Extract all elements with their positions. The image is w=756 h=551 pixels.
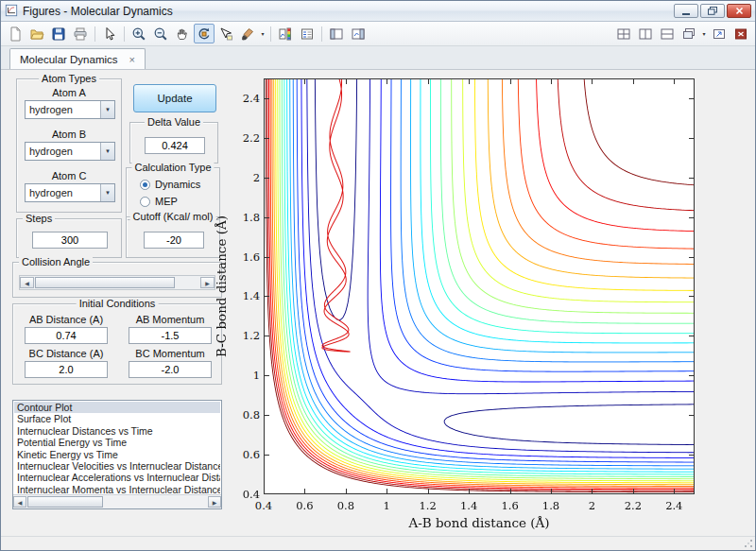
ab-momentum-input[interactable] xyxy=(129,327,212,344)
x-tick-label: 2 xyxy=(573,499,610,512)
tile-top-bottom-icon[interactable] xyxy=(657,24,678,43)
list-item[interactable]: Potential Energy vs Time xyxy=(14,437,220,448)
y-tick-label: 2.4 xyxy=(228,92,260,105)
slider-thumb[interactable] xyxy=(35,277,175,288)
list-item[interactable]: Internuclear Velocities vs Internuclear … xyxy=(14,460,220,472)
chevron-down-icon[interactable]: ▼ xyxy=(100,184,114,201)
list-item[interactable]: Kinetic Energy vs Time xyxy=(14,449,220,460)
hide-plot-tools-icon[interactable] xyxy=(326,24,347,43)
chevron-down-icon[interactable]: ▼ xyxy=(100,101,114,118)
float-windows-icon[interactable] xyxy=(679,24,699,43)
x-tick-label: 0.8 xyxy=(327,499,365,512)
radio-dynamics-label: Dynamics xyxy=(155,179,200,190)
cutoff-group: Cutoff (Kcal/ mol) xyxy=(126,216,220,258)
bc-distance-input[interactable] xyxy=(25,361,108,378)
plot-type-list-items: Contour PlotSurface PlotInternuclear Dis… xyxy=(14,402,220,493)
dock-menu-icon[interactable]: ▾ xyxy=(700,30,708,37)
steps-title: Steps xyxy=(23,213,55,224)
cutoff-title: Cutoff (Kcal/ mol) xyxy=(130,211,216,222)
list-item[interactable]: Surface Plot xyxy=(14,413,220,424)
atom-types-group: Atom Types Atom A hydrogen ▼ Atom B hydr… xyxy=(16,78,122,213)
update-button[interactable]: Update xyxy=(133,84,216,112)
list-item[interactable]: Internuclear Distances vs Time xyxy=(14,425,220,437)
bc-distance-label: BC Distance (A) xyxy=(19,348,113,359)
steps-input[interactable] xyxy=(32,232,108,249)
x-tick-label: 2.2 xyxy=(614,499,652,512)
edit-plot-icon[interactable] xyxy=(99,24,120,43)
list-item[interactable]: Internuclear Momenta vs Internuclear Dis… xyxy=(14,484,220,493)
collision-angle-slider[interactable]: ◀ ▶ xyxy=(19,275,215,290)
steps-group: Steps xyxy=(16,218,122,258)
tile-all-icon[interactable] xyxy=(613,24,634,43)
open-file-icon[interactable] xyxy=(26,24,47,43)
y-tick-label: 1.8 xyxy=(228,211,260,224)
radio-mep-label: MEP xyxy=(155,196,178,207)
plot-type-listbox[interactable]: Contour PlotSurface PlotInternuclear Dis… xyxy=(12,400,222,509)
x-tick-label: 1.8 xyxy=(532,499,570,512)
ab-distance-input[interactable] xyxy=(25,327,108,344)
tab-bar: Molecular Dynamics × xyxy=(1,46,755,70)
tile-left-right-icon[interactable] xyxy=(635,24,656,43)
minimize-button[interactable] xyxy=(674,4,698,18)
atom-b-label: Atom B xyxy=(17,129,121,140)
new-figure-icon[interactable] xyxy=(5,24,26,43)
slider-left-arrow-icon[interactable]: ◀ xyxy=(20,277,34,288)
bc-momentum-input[interactable] xyxy=(129,361,212,378)
list-item[interactable]: Internuclear Accelerations vs Internucle… xyxy=(14,472,220,483)
tab-molecular-dynamics[interactable]: Molecular Dynamics × xyxy=(9,48,146,69)
data-cursor-icon[interactable] xyxy=(215,24,236,43)
ab-momentum-label: AB Momentum xyxy=(123,314,217,325)
atom-a-dropdown[interactable]: hydrogen ▼ xyxy=(25,100,115,119)
radio-dynamics[interactable] xyxy=(140,180,150,190)
insert-colorbar-icon[interactable] xyxy=(275,24,296,43)
show-plot-tools-icon[interactable] xyxy=(348,24,369,43)
rotate-3d-icon[interactable] xyxy=(194,24,215,43)
atom-b-dropdown[interactable]: hydrogen ▼ xyxy=(25,142,115,161)
brush-icon[interactable] xyxy=(237,24,258,43)
initial-conditions-group: Initial Conditions AB Distance (A) AB Mo… xyxy=(12,303,222,385)
brush-menu-icon[interactable]: ▾ xyxy=(259,30,266,37)
delta-value-group: Delta Value xyxy=(129,122,218,164)
atom-c-dropdown[interactable]: hydrogen ▼ xyxy=(25,183,115,202)
undock-icon[interactable] xyxy=(709,24,730,43)
restore-button[interactable] xyxy=(700,4,725,18)
y-tick-label: 1 xyxy=(228,369,260,382)
hscroll-left-arrow-icon[interactable]: ◀ xyxy=(13,496,26,508)
atom-c-value: hydrogen xyxy=(26,184,100,201)
x-tick-label: 1.6 xyxy=(491,499,529,512)
insert-legend-icon[interactable] xyxy=(297,24,318,43)
close-documents-icon[interactable] xyxy=(730,24,751,43)
pan-icon[interactable] xyxy=(172,24,193,43)
listbox-hscrollbar[interactable]: ◀ ▶ xyxy=(13,494,221,508)
cutoff-input[interactable] xyxy=(144,232,204,249)
contour-plot-canvas[interactable] xyxy=(264,78,695,494)
y-axis-label: B-C bond distance (Å) xyxy=(213,78,230,494)
zoom-out-icon[interactable] xyxy=(150,24,171,43)
x-tick-label: 0.4 xyxy=(245,499,283,512)
list-item[interactable]: Contour Plot xyxy=(14,402,220,413)
print-icon[interactable] xyxy=(70,24,91,43)
zoom-in-icon[interactable] xyxy=(129,24,149,43)
y-tick-label: 1.4 xyxy=(228,289,260,302)
y-tick-label: 2 xyxy=(228,171,260,184)
save-figure-icon[interactable] xyxy=(48,24,69,43)
tab-close-icon[interactable]: × xyxy=(129,55,135,64)
atom-c-label: Atom C xyxy=(17,170,121,181)
x-tick-label: 1.4 xyxy=(450,499,488,512)
y-tick-label: 0.6 xyxy=(228,448,260,461)
hscroll-right-arrow-icon[interactable]: ▶ xyxy=(208,496,221,508)
resize-grip-icon[interactable] xyxy=(743,538,753,548)
atom-a-label: Atom A xyxy=(17,87,121,98)
bc-momentum-label: BC Momentum xyxy=(123,348,217,359)
close-button[interactable] xyxy=(727,4,751,18)
delta-value-input[interactable] xyxy=(145,137,205,154)
y-tick-label: 1.2 xyxy=(228,329,260,342)
figure-content: Atom Types Atom A hydrogen ▼ Atom B hydr… xyxy=(1,71,755,536)
hscroll-thumb[interactable] xyxy=(27,496,103,508)
status-bar xyxy=(1,536,755,550)
chevron-down-icon[interactable]: ▼ xyxy=(100,143,114,160)
collision-angle-title: Collision Angle xyxy=(19,256,93,267)
initial-conditions-title: Initial Conditions xyxy=(77,298,159,309)
radio-mep[interactable] xyxy=(140,197,150,207)
delta-value-title: Delta Value xyxy=(145,116,203,128)
